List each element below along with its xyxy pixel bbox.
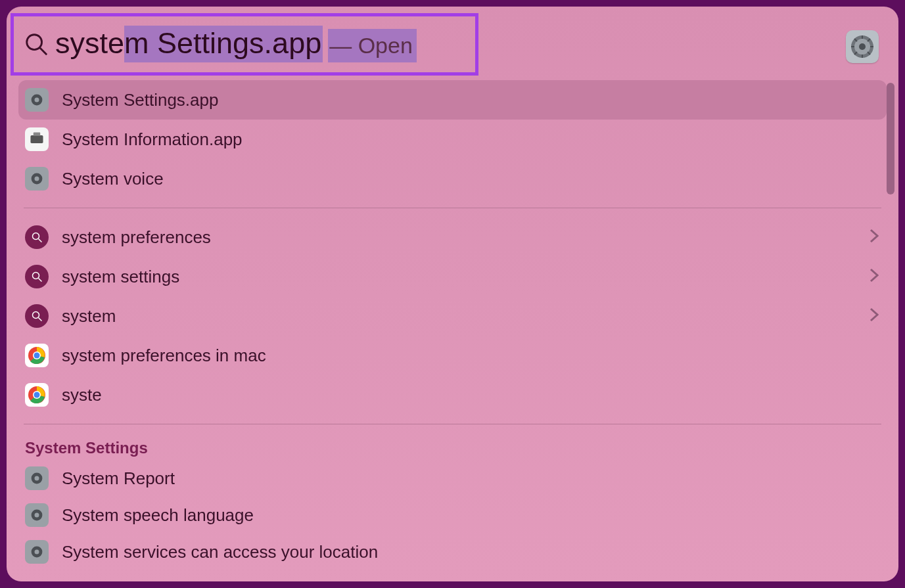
svg-rect-16 bbox=[34, 133, 40, 136]
svg-point-0 bbox=[27, 35, 42, 50]
result-suggestion[interactable]: system preferences bbox=[18, 217, 887, 257]
result-suggestion[interactable]: system preferences in mac bbox=[18, 336, 887, 375]
svg-point-14 bbox=[35, 98, 39, 102]
svg-point-21 bbox=[33, 273, 39, 279]
result-label: system settings bbox=[62, 267, 870, 287]
search-suggestion-icon bbox=[25, 265, 49, 288]
result-label: System Settings.app bbox=[62, 90, 879, 110]
search-suggestion-icon bbox=[25, 225, 49, 249]
chrome-icon bbox=[25, 344, 49, 367]
svg-point-27 bbox=[34, 353, 40, 359]
spotlight-window: system Settings.app — Open System Settin… bbox=[7, 7, 898, 581]
divider bbox=[24, 208, 881, 208]
results-list: System Settings.app System Information.a… bbox=[7, 80, 898, 581]
svg-point-32 bbox=[35, 476, 39, 481]
svg-line-20 bbox=[39, 239, 42, 242]
chrome-icon bbox=[25, 383, 49, 407]
svg-point-4 bbox=[859, 43, 866, 50]
system-information-icon bbox=[25, 127, 49, 151]
gear-icon bbox=[25, 466, 49, 490]
gear-icon bbox=[25, 167, 49, 191]
result-label: System voice bbox=[62, 169, 879, 189]
result-label: system bbox=[62, 306, 870, 327]
svg-point-18 bbox=[35, 177, 39, 181]
result-label: System speech language bbox=[62, 505, 879, 526]
result-label: syste bbox=[62, 385, 879, 405]
gear-icon bbox=[25, 88, 49, 112]
result-setting[interactable]: System services can access your location bbox=[18, 533, 887, 570]
result-setting[interactable]: System Report bbox=[18, 460, 887, 497]
scrollbar[interactable] bbox=[887, 83, 894, 194]
svg-line-22 bbox=[39, 279, 42, 282]
result-label: System Information.app bbox=[62, 129, 879, 150]
search-suggestion-icon bbox=[25, 304, 49, 328]
search-icon bbox=[21, 29, 51, 59]
section-title-system-settings: System Settings bbox=[18, 434, 887, 460]
result-suggestion[interactable]: syste bbox=[18, 375, 887, 415]
divider bbox=[24, 424, 881, 424]
search-autocomplete-text: m Settings.app bbox=[124, 26, 323, 62]
result-suggestion[interactable]: system bbox=[18, 296, 887, 336]
svg-point-23 bbox=[33, 312, 39, 319]
search-input[interactable]: system Settings.app — Open bbox=[55, 26, 417, 62]
result-suggestion[interactable]: system settings bbox=[18, 257, 887, 296]
svg-line-1 bbox=[40, 48, 47, 55]
result-app-system-voice[interactable]: System voice bbox=[18, 159, 887, 198]
svg-point-34 bbox=[35, 513, 39, 518]
search-typed-text: syste bbox=[55, 26, 124, 60]
result-app-system-settings[interactable]: System Settings.app bbox=[18, 80, 887, 120]
gear-icon bbox=[25, 503, 49, 527]
search-bar[interactable]: system Settings.app — Open bbox=[7, 7, 898, 80]
result-setting[interactable]: System speech language bbox=[18, 497, 887, 533]
svg-line-24 bbox=[39, 318, 42, 321]
svg-point-30 bbox=[34, 392, 40, 398]
chevron-right-icon bbox=[870, 306, 879, 327]
result-app-system-information[interactable]: System Information.app bbox=[18, 120, 887, 159]
search-action-hint: — Open bbox=[328, 29, 417, 62]
svg-rect-15 bbox=[30, 135, 43, 143]
result-label: System Report bbox=[62, 468, 879, 489]
chevron-right-icon bbox=[870, 267, 879, 287]
svg-point-19 bbox=[33, 233, 39, 240]
result-label: system preferences in mac bbox=[62, 346, 879, 366]
chevron-right-icon bbox=[870, 227, 879, 248]
top-result-preview-icon[interactable] bbox=[846, 30, 879, 63]
svg-point-36 bbox=[35, 550, 39, 554]
result-label: system preferences bbox=[62, 227, 870, 248]
gear-icon bbox=[25, 540, 49, 564]
result-label: System services can access your location bbox=[62, 542, 879, 562]
